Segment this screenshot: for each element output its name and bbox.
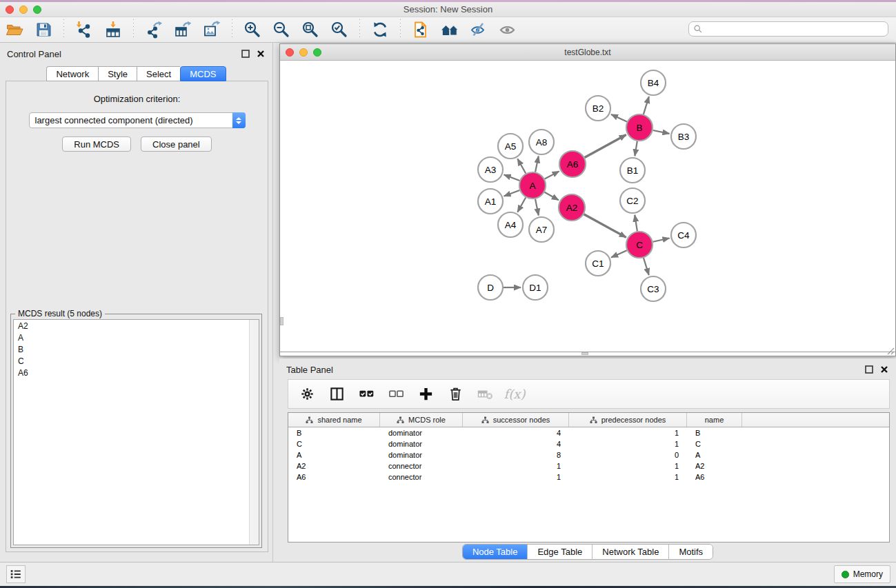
mcds-result-list[interactable]: A2ABCA6 — [13, 319, 259, 545]
cell-successor-nodes[interactable]: 4 — [463, 440, 569, 448]
cell-MCDS-role[interactable]: dominator — [380, 429, 463, 437]
edge-B-B4[interactable] — [644, 97, 649, 114]
edge-B-B2[interactable] — [611, 114, 627, 122]
horizontal-scrollbar-thumb[interactable] — [581, 352, 588, 355]
table-row-B[interactable]: Bdominator41B — [288, 427, 889, 438]
cell-shared-name[interactable]: A2 — [288, 462, 380, 470]
save-session-icon[interactable] — [33, 20, 54, 39]
cell-successor-nodes[interactable]: 1 — [463, 462, 569, 470]
node-D[interactable]: D — [478, 275, 503, 300]
tab-edge-table[interactable]: Edge Table — [528, 545, 593, 559]
node-A6[interactable]: A6 — [559, 151, 586, 177]
cell-predecessor-nodes[interactable]: 1 — [569, 462, 687, 470]
table-row-A[interactable]: Adominator80A — [288, 449, 889, 460]
export-table-icon[interactable] — [172, 20, 193, 39]
delete-column-icon[interactable] — [446, 385, 464, 403]
export-network-icon[interactable] — [143, 20, 164, 39]
zoom-in-icon[interactable] — [242, 20, 263, 39]
column-header-shared-name[interactable]: shared name — [288, 413, 380, 427]
cell-MCDS-role[interactable]: connector — [380, 473, 463, 481]
result-list-scrollbar[interactable] — [249, 320, 259, 545]
cell-shared-name[interactable]: A6 — [288, 473, 380, 481]
cell-MCDS-role[interactable]: dominator — [380, 451, 463, 459]
show-selected-eye-icon[interactable] — [497, 20, 518, 39]
task-history-button[interactable] — [6, 565, 26, 583]
node-B1[interactable]: B1 — [620, 158, 645, 183]
node-table[interactable]: shared nameMCDS rolesuccessor nodesprede… — [288, 412, 890, 543]
table-row-A6[interactable]: A6connector11A6 — [288, 472, 889, 483]
table-settings-icon[interactable] — [298, 385, 316, 403]
cell-name[interactable]: A2 — [687, 462, 742, 470]
deselect-all-columns-icon[interactable] — [387, 385, 405, 403]
resize-grip-icon[interactable] — [886, 347, 895, 355]
tab-select[interactable]: Select — [137, 66, 180, 81]
node-B4[interactable]: B4 — [641, 70, 666, 95]
column-header-successor-nodes[interactable]: successor nodes — [463, 413, 569, 427]
tab-mcds[interactable]: MCDS — [180, 66, 226, 81]
result-list-item[interactable]: A6 — [14, 367, 259, 378]
network-canvas[interactable]: B4B2BB3A5A8A6B1A3AC2A1A2A4A7C4CC1C3DD1 — [280, 61, 895, 352]
node-C2[interactable]: C2 — [620, 188, 645, 213]
result-list-item[interactable]: A — [14, 332, 259, 343]
memory-button[interactable]: Memory — [834, 565, 890, 583]
node-A[interactable]: A — [519, 172, 546, 199]
criterion-dropdown[interactable]: largest connected component (directed) — [29, 112, 246, 128]
export-image-icon[interactable] — [201, 20, 222, 39]
edge-A-A1[interactable] — [504, 190, 520, 196]
search-input[interactable] — [703, 23, 888, 35]
node-A7[interactable]: A7 — [529, 217, 554, 242]
edge-C-C2[interactable] — [635, 215, 637, 231]
cell-MCDS-role[interactable]: connector — [380, 462, 463, 470]
node-B2[interactable]: B2 — [586, 96, 610, 121]
cell-shared-name[interactable]: A — [288, 451, 380, 459]
node-A1[interactable]: A1 — [478, 189, 503, 214]
edge-A-A4[interactable] — [517, 197, 526, 212]
cell-name[interactable]: A6 — [687, 473, 742, 481]
cell-predecessor-nodes[interactable]: 1 — [569, 440, 687, 448]
table-close-panel-icon[interactable] — [879, 365, 889, 375]
edge-A2-C[interactable] — [584, 214, 626, 238]
node-A3[interactable]: A3 — [478, 157, 503, 182]
cell-successor-nodes[interactable]: 8 — [463, 451, 569, 459]
select-all-columns-icon[interactable] — [357, 385, 375, 403]
zoom-selected-icon[interactable] — [329, 20, 350, 39]
edge-B-B3[interactable] — [653, 130, 670, 134]
edge-A-A5[interactable] — [517, 159, 526, 173]
node-A8[interactable]: A8 — [529, 130, 554, 154]
cell-predecessor-nodes[interactable]: 1 — [569, 429, 687, 437]
result-list-item[interactable]: B — [14, 343, 259, 355]
zoom-out-icon[interactable] — [271, 20, 292, 39]
node-A2[interactable]: A2 — [559, 194, 585, 221]
node-A4[interactable]: A4 — [498, 212, 523, 237]
cell-shared-name[interactable]: C — [288, 440, 380, 448]
tab-network-table[interactable]: Network Table — [593, 545, 669, 559]
edge-C-C4[interactable] — [653, 238, 670, 241]
tab-style[interactable]: Style — [98, 66, 137, 81]
vertical-scrollbar-thumb[interactable] — [280, 317, 283, 325]
column-header-name[interactable]: name — [687, 413, 742, 427]
column-layout-icon[interactable] — [328, 385, 346, 403]
open-file-icon[interactable] — [4, 20, 25, 39]
node-D1[interactable]: D1 — [523, 275, 548, 300]
cell-name[interactable]: A — [687, 451, 742, 459]
table-float-panel-icon[interactable] — [864, 365, 874, 375]
edge-A-A3[interactable] — [504, 174, 520, 181]
node-C[interactable]: C — [626, 232, 653, 258]
new-network-from-selection-icon[interactable] — [410, 20, 431, 39]
cell-successor-nodes[interactable]: 4 — [463, 429, 569, 437]
import-network-icon[interactable] — [74, 20, 94, 39]
close-panel-icon[interactable] — [255, 49, 266, 59]
node-B3[interactable]: B3 — [671, 124, 696, 149]
edge-A-A6[interactable] — [545, 171, 559, 179]
column-header-predecessor-nodes[interactable]: predecessor nodes — [569, 413, 687, 427]
import-table-icon[interactable] — [103, 20, 123, 39]
result-list-item[interactable]: C — [14, 355, 259, 367]
network-window-titlebar[interactable]: testGlobe.txt — [280, 44, 895, 61]
node-A5[interactable]: A5 — [498, 134, 523, 159]
network-graph[interactable]: B4B2BB3A5A8A6B1A3AC2A1A2A4A7C4CC1C3DD1 — [280, 61, 895, 352]
tab-node-table[interactable]: Node Table — [463, 545, 528, 559]
cell-predecessor-nodes[interactable]: 0 — [569, 451, 687, 459]
cell-successor-nodes[interactable]: 1 — [463, 473, 569, 481]
node-B[interactable]: B — [626, 114, 653, 141]
node-C3[interactable]: C3 — [641, 276, 666, 301]
